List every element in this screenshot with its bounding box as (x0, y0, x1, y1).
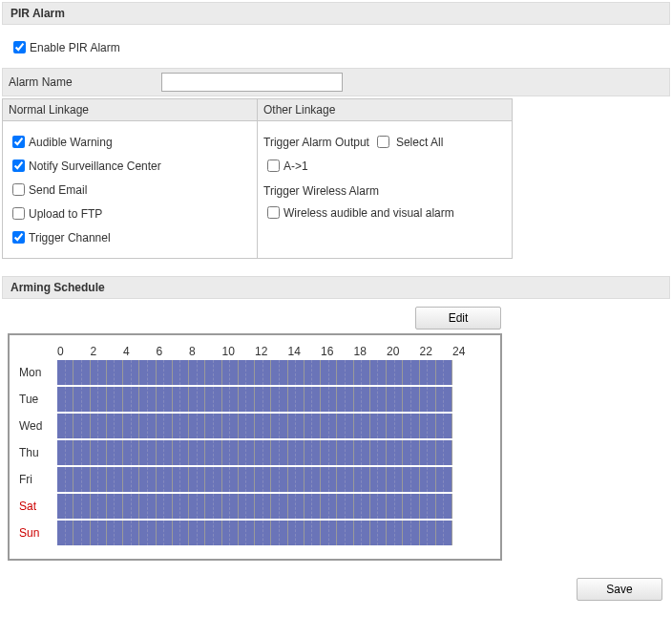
schedule-cell[interactable] (255, 440, 263, 465)
schedule-cell[interactable] (288, 414, 297, 438)
schedule-cell[interactable] (107, 414, 116, 438)
save-button[interactable]: Save (577, 578, 662, 601)
schedule-cell[interactable] (395, 414, 404, 438)
schedule-cell[interactable] (157, 360, 165, 385)
schedule-cell[interactable] (74, 414, 82, 438)
schedule-cell[interactable] (304, 387, 313, 412)
schedule-cell[interactable] (222, 440, 231, 465)
schedule-cell[interactable] (246, 360, 255, 385)
schedule-cell[interactable] (378, 440, 387, 465)
schedule-cell[interactable] (444, 360, 452, 385)
schedule-cell[interactable] (198, 440, 206, 465)
schedule-cell[interactable] (420, 440, 429, 465)
schedule-cell[interactable] (98, 494, 107, 519)
schedule-cell[interactable] (329, 360, 338, 385)
schedule-cell[interactable] (329, 494, 338, 519)
schedule-cell[interactable] (157, 387, 165, 412)
schedule-cell[interactable] (378, 467, 387, 492)
schedule-cell[interactable] (148, 387, 157, 412)
schedule-cell[interactable] (420, 467, 429, 492)
schedule-cell[interactable] (164, 387, 173, 412)
schedule-cell[interactable] (255, 360, 263, 385)
schedule-cell[interactable] (329, 521, 338, 545)
schedule-cell[interactable] (411, 494, 420, 519)
schedule-cell[interactable] (362, 467, 370, 492)
schedule-cell[interactable] (403, 521, 411, 545)
schedule-cell[interactable] (346, 387, 354, 412)
schedule-cell[interactable] (173, 494, 181, 519)
schedule-cell[interactable] (173, 387, 181, 412)
schedule-cell[interactable] (387, 440, 395, 465)
schedule-cell[interactable] (246, 521, 255, 545)
schedule-cell[interactable] (205, 467, 214, 492)
schedule-cell[interactable] (337, 521, 346, 545)
schedule-cell[interactable] (321, 414, 329, 438)
schedule-cell[interactable] (321, 521, 329, 545)
schedule-cell[interactable] (205, 414, 214, 438)
edit-button[interactable]: Edit (415, 307, 501, 330)
schedule-cell[interactable] (157, 467, 165, 492)
schedule-cell[interactable] (157, 494, 165, 519)
schedule-cell[interactable] (98, 467, 107, 492)
schedule-cell[interactable] (91, 414, 99, 438)
schedule-cell[interactable] (246, 414, 255, 438)
schedule-cell[interactable] (420, 521, 429, 545)
schedule-cell[interactable] (91, 521, 99, 545)
schedule-cell[interactable] (198, 521, 206, 545)
schedule-cell[interactable] (148, 414, 157, 438)
schedule-cell[interactable] (98, 440, 107, 465)
schedule-cell[interactable] (370, 387, 379, 412)
schedule-cell[interactable] (444, 440, 452, 465)
schedule-cell[interactable] (444, 521, 452, 545)
schedule-cell[interactable] (280, 440, 288, 465)
schedule-cell[interactable] (346, 440, 354, 465)
schedule-cell[interactable] (263, 440, 272, 465)
schedule-cell[interactable] (263, 521, 272, 545)
normal-linkage-checkbox[interactable] (12, 231, 25, 244)
schedule-cell[interactable] (132, 494, 140, 519)
schedule-cell[interactable] (164, 494, 173, 519)
schedule-cell[interactable] (189, 387, 198, 412)
schedule-cell[interactable] (57, 494, 66, 519)
schedule-cell[interactable] (296, 414, 304, 438)
schedule-cell[interactable] (263, 494, 272, 519)
schedule-cell[interactable] (321, 494, 329, 519)
schedule-cell[interactable] (66, 387, 74, 412)
schedule-cell[interactable] (123, 494, 132, 519)
schedule-cell[interactable] (132, 360, 140, 385)
schedule-cell[interactable] (354, 467, 363, 492)
schedule-cell[interactable] (115, 467, 123, 492)
schedule-cell[interactable] (362, 360, 370, 385)
schedule-cell[interactable] (180, 467, 189, 492)
schedule-cell[interactable] (205, 360, 214, 385)
schedule-cell[interactable] (411, 414, 420, 438)
schedule-cell[interactable] (198, 494, 206, 519)
schedule-cell[interactable] (82, 440, 91, 465)
schedule-cell[interactable] (148, 440, 157, 465)
day-bar[interactable] (57, 521, 452, 545)
alarm-name-input[interactable] (161, 73, 343, 92)
schedule-cell[interactable] (403, 440, 411, 465)
schedule-cell[interactable] (263, 360, 272, 385)
schedule-cell[interactable] (403, 467, 411, 492)
schedule-cell[interactable] (198, 360, 206, 385)
schedule-cell[interactable] (214, 467, 222, 492)
schedule-cell[interactable] (164, 467, 173, 492)
schedule-cell[interactable] (255, 387, 263, 412)
schedule-cell[interactable] (444, 387, 452, 412)
schedule-cell[interactable] (304, 521, 313, 545)
schedule-cell[interactable] (263, 467, 272, 492)
schedule-cell[interactable] (362, 494, 370, 519)
schedule-cell[interactable] (271, 521, 280, 545)
schedule-cell[interactable] (329, 440, 338, 465)
schedule-cell[interactable] (164, 360, 173, 385)
schedule-cell[interactable] (214, 440, 222, 465)
schedule-cell[interactable] (329, 387, 338, 412)
schedule-cell[interactable] (271, 360, 280, 385)
schedule-cell[interactable] (436, 467, 445, 492)
schedule-cell[interactable] (354, 387, 363, 412)
schedule-cell[interactable] (271, 440, 280, 465)
schedule-cell[interactable] (98, 414, 107, 438)
schedule-cell[interactable] (123, 440, 132, 465)
schedule-cell[interactable] (91, 494, 99, 519)
